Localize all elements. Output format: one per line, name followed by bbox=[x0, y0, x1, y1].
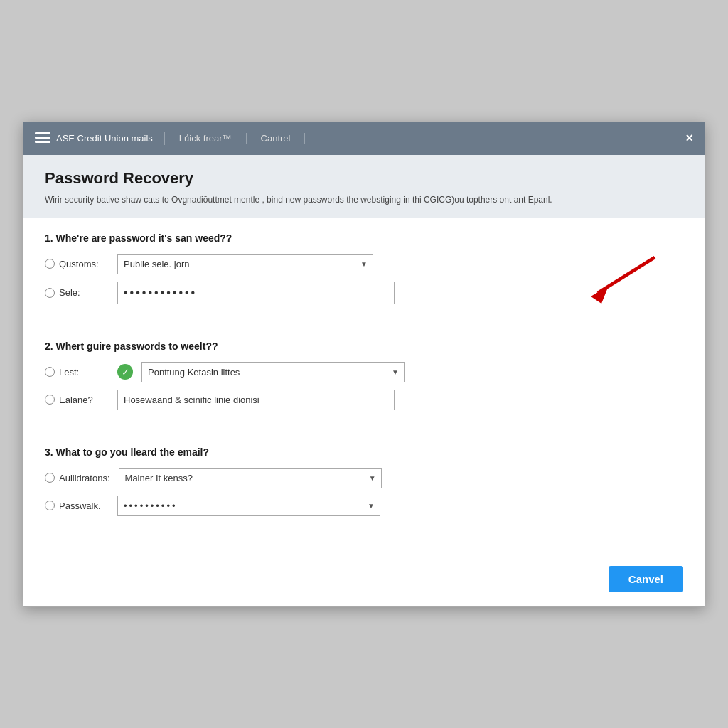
dialog-footer: Canvel bbox=[23, 559, 705, 606]
section-2-row-2: Ealane? bbox=[45, 390, 683, 410]
dialog-body: 1. Whe're are password it's san weed?? Q… bbox=[23, 218, 705, 559]
sele-password-input[interactable] bbox=[117, 282, 395, 304]
section-3-row-1: Aullidratons: Mainer It kenss? ▼ bbox=[45, 468, 683, 488]
page-subtitle: Wirir security bative shaw cats to Ovgna… bbox=[45, 193, 683, 206]
app-title: ASE Credit Union mails bbox=[56, 133, 153, 144]
radio-aullidratons-label[interactable]: Aullidratons: bbox=[45, 473, 110, 483]
app-icon-line-2 bbox=[35, 136, 50, 139]
section-1: 1. Whe're are password it's san weed?? Q… bbox=[45, 232, 683, 326]
cancel-button[interactable]: Canvel bbox=[609, 566, 683, 592]
lest-select[interactable]: Ponttung Ketasin littes bbox=[141, 362, 405, 382]
qustoms-select-wrapper: Pubile sele. jorn ▼ bbox=[117, 254, 373, 274]
section-3-row-2: Passwalk. •••••••••• ▼ bbox=[45, 496, 683, 516]
ealane-text-input[interactable] bbox=[117, 390, 395, 410]
qustoms-select[interactable]: Pubile sele. jorn bbox=[117, 254, 373, 274]
radio-ealane-label[interactable]: Ealane? bbox=[45, 395, 109, 405]
section-3: 3. What to go you lleard the email? Aull… bbox=[45, 446, 683, 537]
radio-passwalk-circle bbox=[45, 500, 55, 510]
section-2-row-1: Lest: ✓ Ponttung Ketasin littes ▼ bbox=[45, 362, 683, 382]
aullidratons-select[interactable]: Mainer It kenss? bbox=[119, 468, 382, 488]
app-icon bbox=[35, 132, 50, 145]
dialog-container: ASE Credit Union mails Lůick frear™ Cant… bbox=[23, 122, 705, 607]
title-bar-left: ASE Credit Union mails Lůick frear™ Cant… bbox=[23, 132, 674, 145]
dialog-header: Password Recovery Wirir security bative … bbox=[23, 155, 705, 218]
tab-1[interactable]: Lůick frear™ bbox=[165, 133, 247, 144]
aullidratons-select-wrapper: Mainer It kenss? ▼ bbox=[119, 468, 382, 488]
title-bar-app: ASE Credit Union mails bbox=[23, 132, 165, 145]
section-3-title: 3. What to go you lleard the email? bbox=[45, 446, 683, 458]
app-icon-line-3 bbox=[35, 141, 50, 143]
radio-ealane-circle bbox=[45, 395, 55, 405]
section-1-row-1: Qustoms: Pubile sele. jorn ▼ bbox=[45, 254, 683, 274]
radio-aullidratons-circle bbox=[45, 473, 55, 483]
passwalk-select-wrapper: •••••••••• ▼ bbox=[117, 496, 380, 516]
section-2: 2. Whert guire passwords to weelt?? Lest… bbox=[45, 341, 683, 432]
tab-2[interactable]: Cantrel bbox=[247, 133, 306, 144]
app-icon-line-1 bbox=[35, 132, 50, 134]
check-icon: ✓ bbox=[117, 364, 133, 380]
radio-qustoms-circle bbox=[45, 259, 55, 269]
radio-lest-circle bbox=[45, 367, 55, 377]
radio-qustoms-label[interactable]: Qustoms: bbox=[45, 259, 109, 269]
title-bar: ASE Credit Union mails Lůick frear™ Cant… bbox=[23, 122, 705, 155]
radio-passwalk-label[interactable]: Passwalk. bbox=[45, 500, 109, 511]
radio-sele-label[interactable]: Sele: bbox=[45, 287, 109, 298]
section-1-title: 1. Whe're are password it's san weed?? bbox=[45, 232, 683, 244]
radio-lest-label[interactable]: Lest: bbox=[45, 367, 109, 378]
passwalk-select[interactable]: •••••••••• bbox=[117, 496, 380, 516]
lest-select-wrapper: Ponttung Ketasin littes ▼ bbox=[141, 362, 405, 382]
close-button[interactable]: × bbox=[674, 122, 705, 155]
section-1-row-2: Sele: bbox=[45, 282, 683, 304]
page-title: Password Recovery bbox=[45, 169, 683, 188]
section-2-title: 2. Whert guire passwords to weelt?? bbox=[45, 341, 683, 352]
radio-sele-circle bbox=[45, 288, 55, 298]
